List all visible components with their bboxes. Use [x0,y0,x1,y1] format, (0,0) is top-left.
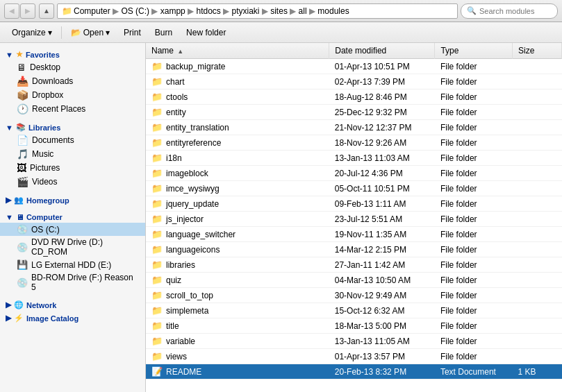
address-path[interactable]: 📁 Computer ▶ OS (C:) ▶ xampp ▶ htdocs ▶ … [57,3,458,19]
sidebar-item-music[interactable]: 🎵 Music [0,147,145,161]
burn-button[interactable]: Burn [149,26,179,40]
cell-type: File folder [435,212,513,227]
cell-type: File folder [435,303,513,318]
col-header-size[interactable]: Size [512,43,561,59]
table-row[interactable]: 📝 README 20-Feb-13 8:32 PM Text Document… [146,364,562,380]
sidebar-item-desktop[interactable]: 🖥 Desktop [0,60,145,74]
forward-button[interactable]: ▶ [20,3,35,19]
cell-name: 📝 README [146,364,329,380]
cell-name: 📁 js_injector [146,212,329,227]
col-header-date[interactable]: Date modified [329,43,435,59]
table-row[interactable]: 📁 entity_translation 21-Nov-12 12:37 PM … [146,120,562,135]
cell-date: 23-Jul-12 5:51 AM [329,212,435,227]
table-row[interactable]: 📁 js_injector 23-Jul-12 5:51 AM File fol… [146,212,562,227]
cell-size [512,90,561,105]
table-row[interactable]: 📁 libraries 27-Jan-11 1:42 AM File folde… [146,257,562,273]
cell-date: 19-Nov-11 1:35 AM [329,227,435,242]
table-row[interactable]: 📁 views 01-Apr-13 3:57 PM File folder [146,349,562,364]
cell-size [512,303,561,318]
table-row[interactable]: 📁 simplemeta 15-Oct-12 6:32 AM File fold… [146,303,562,318]
search-input[interactable] [479,7,549,15]
sidebar-item-videos[interactable]: 🎬 Videos [0,175,145,189]
sidebar-libraries-header[interactable]: ▼ 📚 Libraries [0,120,145,133]
sidebar-item-dropbox[interactable]: 📦 Dropbox [0,88,145,102]
table-row[interactable]: 📁 quiz 04-Mar-13 10:50 AM File folder [146,273,562,288]
table-row[interactable]: 📁 entityreference 18-Nov-12 9:26 AM File… [146,135,562,151]
print-button[interactable]: Print [117,26,147,40]
col-header-name[interactable]: Name ▲ [146,43,329,59]
sidebar-image-catalog-header[interactable]: ▶ ⚡ Image Catalog [0,311,145,324]
cell-date: 13-Jan-13 11:03 AM [329,151,435,166]
folder-icon: 📁 [151,122,163,133]
table-row[interactable]: 📁 languageicons 14-Mar-12 2:15 PM File f… [146,242,562,257]
table-row[interactable]: 📁 imageblock 20-Jul-12 4:36 PM File fold… [146,166,562,181]
cell-date: 09-Feb-13 1:11 AM [329,196,435,212]
back-button[interactable]: ◀ [4,3,19,19]
cell-date: 04-Mar-13 10:50 AM [329,273,435,288]
dvd-icon: 💿 [17,242,28,253]
open-button[interactable]: 📂 Open ▾ [65,26,116,40]
cell-type: File folder [435,334,513,349]
table-row[interactable]: 📁 language_switcher 19-Nov-11 1:35 AM Fi… [146,227,562,242]
cell-type: File folder [435,273,513,288]
col-header-type[interactable]: Type [435,43,513,59]
folder-icon: 📁 [151,321,163,331]
cell-date: 20-Jul-12 4:36 PM [329,166,435,181]
sidebar-computer-header[interactable]: ▼ 🖥 Computer [0,210,145,223]
file-name-text: views [166,352,187,361]
table-row[interactable]: 📁 ctools 18-Aug-12 8:46 PM File folder [146,90,562,105]
sidebar-item-documents[interactable]: 📄 Documents [0,133,145,147]
table-row[interactable]: 📁 imce_wysiwyg 05-Oct-11 10:51 PM File f… [146,181,562,196]
cell-type: File folder [435,181,513,196]
cell-type: File folder [435,318,513,334]
sidebar-favorites-header[interactable]: ▼ ★ Favorites [0,47,145,60]
table-header: Name ▲ Date modified Type Size [146,43,562,59]
path-text: Computer ▶ OS (C:) ▶ xampp ▶ htdocs ▶ pt… [74,6,349,16]
table-row[interactable]: 📁 title 18-Mar-13 5:00 PM File folder [146,318,562,334]
sidebar-homegroup-header[interactable]: ▶ 👥 Homegroup [0,193,145,206]
cell-date: 27-Jan-11 1:42 AM [329,257,435,273]
folder-icon: 📁 [151,259,163,270]
table-row[interactable]: 📁 entity 25-Dec-12 9:32 PM File folder [146,105,562,120]
cell-size [512,181,561,196]
cell-name: 📁 backup_migrate [146,59,329,74]
sidebar-item-recent-places[interactable]: 🕐 Recent Places [0,102,145,116]
folder-icon: 📁 [151,183,163,194]
chevron-down-icon: ▾ [48,28,52,37]
new-folder-button[interactable]: New folder [180,26,232,40]
cell-size [512,120,561,135]
sidebar-item-pictures[interactable]: 🖼 Pictures [0,161,145,175]
sidebar-network-header[interactable]: ▶ 🌐 Network [0,298,145,311]
cell-type: File folder [435,74,513,90]
sidebar-item-lg-hdd[interactable]: 💾 LG External HDD (E:) [0,258,145,271]
up-button[interactable]: ▲ [39,3,54,19]
cell-name: 📁 jquery_update [146,196,329,212]
cell-type: File folder [435,257,513,273]
sidebar-item-bd-rom[interactable]: 💿 BD-ROM Drive (F:) Reason 5 [0,271,145,293]
triangle-icon-comp: ▼ [6,213,13,221]
table-row[interactable]: 📁 scroll_to_top 30-Nov-12 9:49 AM File f… [146,288,562,303]
cell-name: 📁 languageicons [146,242,329,257]
table-row[interactable]: 📁 jquery_update 09-Feb-13 1:11 AM File f… [146,196,562,212]
cell-date: 14-Mar-12 2:15 PM [329,242,435,257]
files-table: Name ▲ Date modified Type Size [146,43,562,380]
bd-rom-icon: 💿 [17,278,28,288]
search-box[interactable]: 🔍 [461,3,558,19]
folder-icon: 📁 [151,153,163,163]
table-row[interactable]: 📁 i18n 13-Jan-13 11:03 AM File folder [146,151,562,166]
folder-icon: 📁 [151,137,163,148]
file-name-text: i18n [166,153,182,163]
sidebar-item-downloads[interactable]: 📥 Downloads [0,74,145,88]
sidebar-item-osc[interactable]: 💿 OS (C:) [0,223,145,236]
file-name-text: imageblock [166,169,208,178]
cell-name: 📁 i18n [146,151,329,166]
table-row[interactable]: 📁 variable 13-Jan-13 11:05 AM File folde… [146,334,562,349]
table-row[interactable]: 📁 backup_migrate 01-Apr-13 10:51 PM File… [146,59,562,74]
table-row[interactable]: 📁 chart 02-Apr-13 7:39 PM File folder [146,74,562,90]
cell-date: 13-Jan-13 11:05 AM [329,334,435,349]
file-name-text: libraries [166,260,195,270]
videos-icon: 🎬 [17,176,28,187]
organize-button[interactable]: Organize ▾ [6,26,58,40]
sidebar-item-dvd[interactable]: 💿 DVD RW Drive (D:) CD_ROM [0,236,145,258]
search-icon: 🔍 [467,6,477,15]
